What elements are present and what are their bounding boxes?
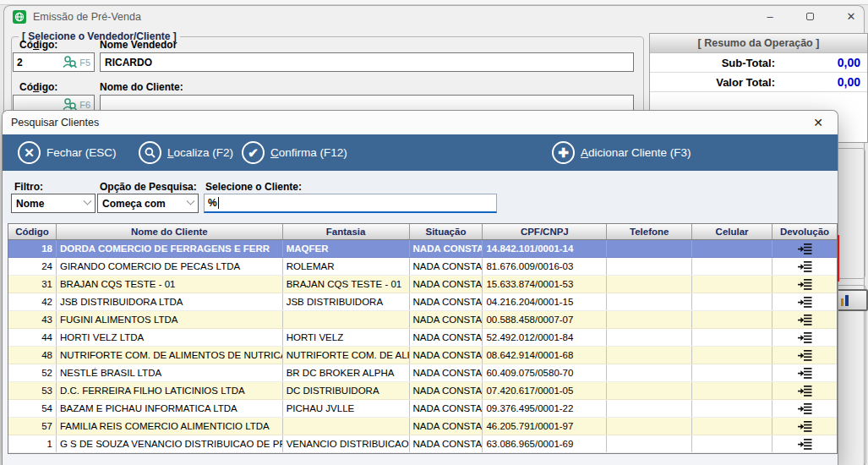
devolucao-icon[interactable]: [798, 260, 812, 273]
table-row[interactable]: 42 JSB DISTRIBUIDORA LTDA JSB DISTRIBUID…: [8, 293, 837, 311]
devolucao-icon[interactable]: [798, 278, 812, 291]
filtro-select[interactable]: Nome: [11, 194, 96, 213]
column-header-situacao[interactable]: Situação: [410, 224, 483, 239]
minimize-button[interactable]: –: [756, 8, 784, 26]
table-row[interactable]: 31 BRAJAN CQS TESTE - 01 BRAJAN CQS TEST…: [8, 276, 837, 293]
cell-devolucao: [772, 435, 837, 452]
cell-fantasia: NUTRIFORTE COM. DE ALIMEN: [283, 347, 410, 364]
opcao-pesquisa-select[interactable]: Começa com: [97, 194, 199, 213]
devolucao-icon[interactable]: [798, 402, 812, 415]
search-circle-icon: [139, 141, 161, 164]
cell-devolucao: [772, 347, 837, 364]
column-header-devolucao[interactable]: Devolução: [772, 224, 837, 239]
filter-bar: Filtro: Nome Opção de Pesquisa: Começa c…: [3, 171, 838, 223]
fechar-button[interactable]: ✕ Fechar (ESC): [18, 140, 117, 166]
column-header-nome-do-cliente[interactable]: Nome do Cliente: [57, 224, 283, 239]
devolucao-icon[interactable]: [798, 367, 812, 380]
column-header-codigo[interactable]: Código: [8, 224, 57, 239]
cell-telefone: [607, 276, 692, 293]
cell-codigo: 1: [8, 435, 57, 452]
valortotal-value: 0,00: [775, 75, 867, 89]
table-row[interactable]: 57 FAMILIA REIS COMERCIO ALIMENTICIO LTD…: [8, 418, 837, 435]
cell-devolucao: [772, 364, 837, 381]
cell-telefone: [607, 293, 692, 310]
filtro-value: Nome: [16, 198, 85, 210]
table-row[interactable]: 44 HORTI VELZ LTDA HORTI VELZ NADA CONST…: [8, 329, 837, 347]
cliente-search-input[interactable]: %: [204, 194, 497, 213]
adicionar-cliente-button[interactable]: ✚ Adicionar Cliente (F3): [552, 140, 691, 166]
table-row[interactable]: 48 NUTRIFORTE COM. DE ALIMENTOS DE NUTRI…: [8, 347, 837, 364]
opcao-pesquisa-value: Começa com: [102, 198, 188, 210]
confirma-button[interactable]: ✔ Confirma (F12): [242, 140, 347, 166]
client-table-header: CódigoNome do ClienteFantasiaSituaçãoCPF…: [8, 224, 837, 240]
background-partial-button[interactable]: [836, 289, 868, 311]
column-header-telefone[interactable]: Telefone: [607, 224, 692, 239]
cell-fantasia: PICHAU JVLLE: [283, 400, 410, 417]
cell-celular: [692, 435, 772, 452]
subtotal-value: 0,00: [775, 56, 867, 69]
cell-fantasia: BR DC BROKER ALPHA: [283, 364, 410, 381]
devolucao-icon[interactable]: [798, 349, 812, 362]
cell-telefone: [607, 435, 692, 452]
localiza-button[interactable]: Localiza (F2): [139, 140, 233, 166]
table-row[interactable]: 18 DORDA COMERCIO DE FERRAGENS E FERR MA…: [8, 240, 837, 258]
cell-telefone: [607, 418, 692, 435]
column-header-cpf-cnpj[interactable]: CPF/CNPJ: [483, 224, 607, 239]
cell-celular: [692, 276, 772, 293]
cell-fantasia: [283, 311, 410, 328]
subtotal-row: Sub-Total: 0,00: [650, 53, 867, 73]
vendor-codigo-label: Código:: [19, 39, 57, 51]
cell-celular: [692, 311, 772, 328]
table-row[interactable]: 24 GIRANDO COMERCIO DE PECAS LTDA ROLEMA…: [8, 258, 837, 276]
table-row[interactable]: 54 BAZAM E PICHAU INFORMATICA LTDA PICHA…: [8, 400, 837, 418]
cell-devolucao: [772, 311, 837, 328]
vendor-name-field[interactable]: RICARDO: [100, 52, 634, 72]
devolucao-icon[interactable]: [798, 296, 812, 309]
client-table: CódigoNome do ClienteFantasiaSituaçãoCPF…: [8, 223, 838, 454]
cell-codigo: 48: [8, 347, 57, 364]
devolucao-icon[interactable]: [798, 438, 812, 451]
close-button[interactable]: ✕: [837, 8, 865, 26]
maximize-button[interactable]: [795, 8, 824, 26]
cell-situacao: NADA CONSTA: [410, 240, 483, 257]
column-header-celular[interactable]: Celular: [692, 224, 772, 239]
cell-nome-cliente: NUTRIFORTE COM. DE ALIMENTOS DE NUTRICAO…: [57, 347, 283, 364]
dialog-close-button[interactable]: ✕: [809, 114, 827, 131]
devolucao-icon[interactable]: [798, 385, 812, 397]
cell-cpf-cnpj: 46.205.791/0001-97: [483, 418, 607, 435]
cell-cpf-cnpj: 00.588.458/0007-07: [483, 311, 607, 328]
cell-codigo: 57: [8, 418, 57, 435]
cell-codigo: 44: [8, 329, 57, 346]
devolucao-icon[interactable]: [798, 331, 812, 344]
cell-situacao: NADA CONSTA: [410, 400, 483, 417]
cell-telefone: [607, 364, 692, 381]
cell-nome-cliente: D.C. FERREIRA FILHO LATICINIOS LTDA: [57, 382, 283, 399]
cell-fantasia: BRAJAN CQS TESTE - 01: [283, 276, 410, 293]
cell-celular: [692, 400, 772, 417]
cell-fantasia: VENANCIO DISTRIBUICAO: [283, 435, 410, 452]
devolucao-icon[interactable]: [798, 420, 812, 433]
devolucao-icon[interactable]: [798, 314, 812, 326]
cell-celular: [692, 240, 772, 257]
globe-icon: [14, 12, 25, 22]
devolucao-icon[interactable]: [798, 243, 812, 255]
column-header-fantasia[interactable]: Fantasia: [283, 224, 410, 239]
table-row[interactable]: 53 D.C. FERREIRA FILHO LATICINIOS LTDA D…: [8, 382, 837, 400]
chevron-down-icon: [187, 197, 195, 205]
person-search-icon[interactable]: [63, 55, 77, 69]
table-row[interactable]: 52 NESTLÉ BRASIL LTDA BR DC BROKER ALPHA…: [8, 364, 837, 382]
opcao-pesquisa-label: Opção de Pesquisa:: [100, 181, 197, 193]
table-row[interactable]: 1 G S DE SOUZA VENANCIO DISTRIBUICAO DE …: [8, 435, 837, 453]
cell-cpf-cnpj: 15.633.874/0001-53: [483, 276, 607, 293]
cell-telefone: [607, 382, 692, 399]
vendor-code-value: 2: [17, 57, 63, 68]
cell-situacao: NADA CONSTA: [410, 347, 483, 364]
cell-cpf-cnpj: 09.376.495/0001-22: [483, 400, 607, 417]
table-row[interactable]: 43 FUGINI ALIMENTOS LTDA NADA CONSTA 00.…: [8, 311, 837, 329]
cell-situacao: NADA CONSTA: [410, 311, 483, 328]
vendor-code-field[interactable]: 2 F5: [13, 52, 95, 72]
cell-devolucao: [772, 329, 837, 346]
cell-cpf-cnpj: 07.420.617/0001-05: [483, 382, 607, 399]
cell-situacao: NADA CONSTA: [410, 258, 483, 275]
cell-nome-cliente: HORTI VELZ LTDA: [57, 329, 283, 346]
